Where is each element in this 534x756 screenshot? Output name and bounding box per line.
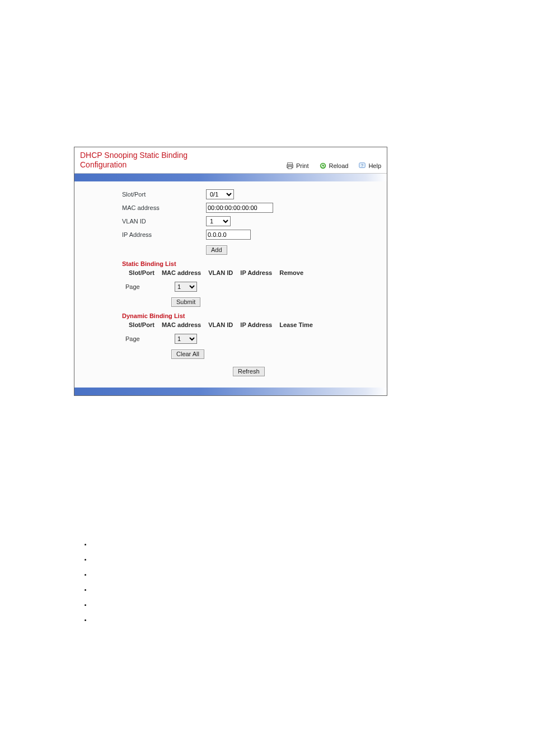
slot-port-label: Slot/Port [122, 191, 206, 198]
reload-label: Reload [329, 162, 349, 169]
dynamic-list-title: Dynamic Binding List [122, 312, 376, 319]
refresh-button[interactable]: Refresh [233, 367, 265, 376]
list-item [92, 542, 534, 548]
slot-port-select[interactable]: 0/1 [206, 189, 234, 199]
svg-text:?: ? [361, 163, 363, 167]
header-separator [74, 174, 387, 181]
print-label: Print [296, 162, 309, 169]
svg-rect-0 [288, 162, 293, 165]
dynamic-table-header: Slot/Port MAC address VLAN ID IP Address… [129, 321, 376, 328]
print-button[interactable]: Print [286, 162, 309, 170]
dynamic-col-ip: IP Address [240, 321, 272, 328]
dynamic-col-mac: MAC address [162, 321, 201, 328]
add-button[interactable]: Add [206, 245, 227, 255]
ip-input[interactable] [206, 230, 251, 240]
list-item [92, 617, 534, 623]
dynamic-col-lease: Lease Time [279, 321, 313, 328]
page-title: DHCP Snooping Static Binding Configurati… [80, 151, 226, 170]
mac-label: MAC address [122, 204, 206, 211]
static-col-ip: IP Address [240, 269, 272, 276]
list-item [92, 587, 534, 593]
help-icon: ? [358, 162, 366, 170]
reload-button[interactable]: Reload [319, 162, 349, 170]
svg-rect-2 [288, 166, 292, 169]
help-label: Help [368, 162, 381, 169]
dynamic-page-select[interactable]: 1 [175, 334, 197, 344]
help-button[interactable]: ? Help [358, 162, 381, 170]
submit-button[interactable]: Submit [171, 297, 200, 307]
svg-point-3 [320, 162, 326, 169]
static-list-title: Static Binding List [122, 260, 376, 267]
ip-label: IP Address [122, 231, 206, 238]
dynamic-page-label: Page [125, 335, 175, 342]
vlan-select[interactable]: 1 [206, 216, 231, 226]
static-page-select[interactable]: 1 [175, 282, 197, 292]
clear-all-button[interactable]: Clear All [171, 349, 204, 359]
static-col-slotport: Slot/Port [129, 269, 154, 276]
dynamic-col-vlan: VLAN ID [208, 321, 233, 328]
vlan-label: VLAN ID [122, 218, 206, 225]
static-col-vlan: VLAN ID [208, 269, 233, 276]
reload-icon [319, 162, 327, 170]
dynamic-col-slotport: Slot/Port [129, 321, 154, 328]
header-actions: Print Reload ? Help [286, 162, 381, 170]
footer-separator [74, 388, 387, 395]
list-item [92, 572, 534, 578]
list-item [92, 602, 534, 608]
bullet-list [92, 542, 534, 623]
static-page-label: Page [125, 283, 175, 290]
static-col-remove: Remove [279, 269, 303, 276]
config-panel: DHCP Snooping Static Binding Configurati… [74, 147, 387, 396]
mac-input[interactable] [206, 203, 273, 213]
panel-header: DHCP Snooping Static Binding Configurati… [74, 147, 387, 174]
static-col-mac: MAC address [162, 269, 201, 276]
static-table-header: Slot/Port MAC address VLAN ID IP Address… [129, 269, 376, 276]
list-item [92, 557, 534, 563]
print-icon [286, 162, 294, 170]
